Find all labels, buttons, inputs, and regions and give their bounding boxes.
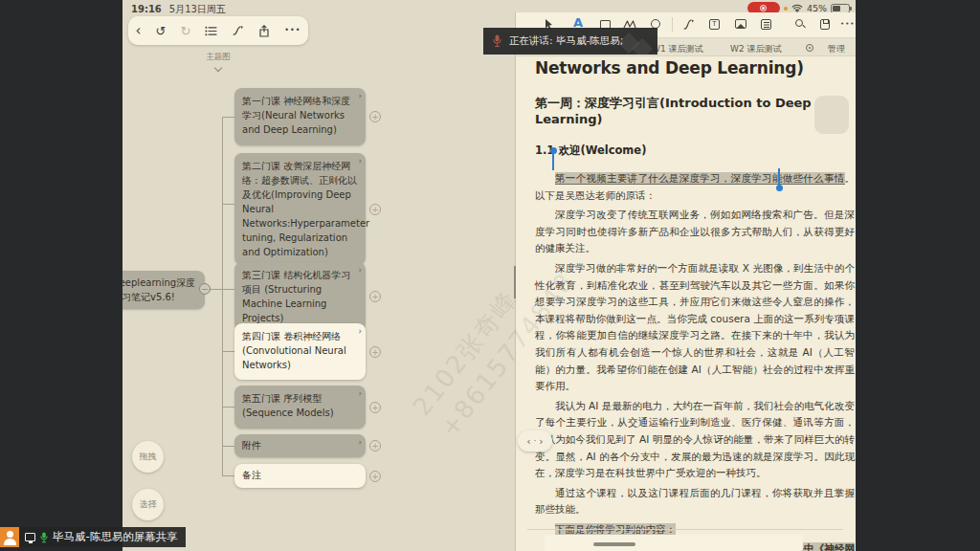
- expand-chevron-icon[interactable]: ›: [358, 324, 362, 339]
- connector: [222, 446, 235, 447]
- prev-page-icon[interactable]: ‹: [526, 435, 530, 448]
- connector: [222, 351, 235, 352]
- lasso-curve-icon[interactable]: [232, 25, 244, 36]
- mindmap-node-course5[interactable]: 第五门课 序列模型(Sequence Models) › +: [234, 386, 366, 429]
- ipad-screen: 19:165月13日周五 45% ‹ ↺ ↻ ••• 主题图: [122, 0, 856, 551]
- add-child-icon[interactable]: +: [369, 291, 381, 302]
- connector: [222, 407, 235, 408]
- mindmap-node-attachments[interactable]: 附件 › +: [234, 434, 366, 457]
- remote-desktop-background: 19:165月13日周五 45% ‹ ↺ ↻ ••• 主题图: [0, 0, 980, 551]
- next-page-icon[interactable]: ›: [539, 435, 543, 448]
- expand-chevron-icon[interactable]: ›: [358, 263, 362, 277]
- screen-share-bar: 毕马威-陈思易的屏幕共享: [0, 527, 186, 547]
- doc-paragraph: 深度学习做的非常好的一个方面就是读取 X 光图像，到生活中的个性化教育，到精准化…: [535, 260, 855, 395]
- date-label: 5月13日周五: [169, 4, 226, 14]
- add-child-icon[interactable]: +: [369, 204, 381, 215]
- outline-list-icon[interactable]: [205, 26, 217, 36]
- week-heading: 第一周：深度学习引言(Introduction to Deep Learning…: [535, 95, 855, 126]
- chevron-down-icon: [214, 64, 222, 72]
- page-nav-widget[interactable]: ‹ · ›: [518, 430, 552, 452]
- drag-mode-button[interactable]: 拖拽: [132, 441, 164, 473]
- add-child-icon[interactable]: +: [369, 402, 381, 413]
- scrollbar-thumb[interactable]: [514, 266, 516, 298]
- connector: [222, 289, 235, 290]
- mindmap-node-course1[interactable]: 第一门课 神经网络和深度学习(Neural Networks and Deep …: [234, 88, 366, 145]
- connector: [222, 204, 235, 205]
- connector: [222, 117, 235, 118]
- redo-icon: ↻: [180, 25, 190, 37]
- doc-paragraph: 我认为 AI 是最新的电力，大约在一百年前，我们社会的电气化改变了每个主要行业，…: [535, 398, 855, 482]
- next-highlight-block: [545, 535, 803, 551]
- select-mode-button[interactable]: 选择: [132, 489, 164, 520]
- mindmap-root-node[interactable]: Deeplearning深度学习笔记v5.6!: [122, 271, 205, 309]
- home-indicator: [593, 542, 635, 546]
- status-bar-left: 19:165月13日周五: [131, 3, 226, 16]
- doc-paragraph: 通过这个课程，以及这门课程后面的几门课程，你将获取并且掌握那些技能。: [535, 485, 855, 518]
- canvas-toolbar: ‹ ↺ ↻ •••: [128, 16, 308, 45]
- speaking-label: 正在讲话: 毕马威-陈思易;: [509, 34, 623, 48]
- outline-panel-icon[interactable]: [761, 19, 771, 30]
- record-icon: [760, 5, 767, 11]
- monitor-icon: [25, 533, 35, 541]
- faded-scroll-indicator: [814, 96, 849, 134]
- wifi-icon: [791, 4, 803, 12]
- more-icon[interactable]: •••: [840, 21, 855, 28]
- share-icon[interactable]: [258, 25, 270, 37]
- speaking-notification-banner: 正在讲话: 毕马威-陈思易;: [483, 28, 657, 55]
- mindmap-trunk-line: [222, 117, 223, 476]
- selected-highlight-text[interactable]: 第一个视频主要讲了什么是深度学习，深度学习能做些什么事情: [555, 172, 845, 185]
- document-content: Networks and Deep Learning) 第一周：深度学习引言(I…: [535, 55, 855, 551]
- toolbar-divider: [672, 17, 673, 32]
- mindmap-node-course4-selected[interactable]: 第四门课 卷积神经网络 (Convolutional Neural Networ…: [234, 323, 366, 380]
- mic-in-use-icon: [784, 7, 788, 11]
- expand-chevron-icon[interactable]: ›: [358, 154, 362, 168]
- mic-on-icon: [40, 532, 48, 543]
- doc-title: Networks and Deep Learning): [535, 58, 855, 77]
- add-child-icon[interactable]: +: [369, 111, 381, 122]
- undo-icon[interactable]: ↺: [156, 25, 167, 37]
- image-tool-icon[interactable]: [735, 19, 746, 29]
- mindmap-node-course3[interactable]: 第三门课 结构化机器学习项目 (Structuring Machine Lear…: [234, 262, 366, 331]
- selection-handle-end[interactable]: [778, 168, 780, 186]
- collapse-icon[interactable]: −: [199, 283, 211, 295]
- add-child-icon[interactable]: +: [369, 440, 381, 452]
- section-heading: 1.1 欢迎(Welcome): [535, 143, 855, 158]
- search-icon[interactable]: [795, 19, 803, 27]
- expand-chevron-icon[interactable]: ›: [358, 435, 362, 450]
- share-source-label: 毕马威-陈思易的屏幕共享: [53, 530, 178, 544]
- back-icon[interactable]: ‹: [136, 24, 142, 38]
- pager-dot: ·: [534, 437, 537, 446]
- expand-chevron-icon[interactable]: ›: [358, 386, 362, 401]
- view-mode-label[interactable]: 主题图: [189, 52, 247, 71]
- text-box-tool-icon[interactable]: T: [709, 19, 720, 30]
- add-child-icon[interactable]: +: [369, 471, 381, 482]
- page-divider: [527, 529, 843, 530]
- add-child-icon[interactable]: +: [369, 346, 381, 358]
- squiggle-tool-icon[interactable]: [682, 18, 695, 31]
- mindmap-node-notes[interactable]: 备注 +: [234, 464, 366, 488]
- doc-paragraph: 深度学习改变了传统互联网业务，例如如网络搜索和广告。但是深度学习同时也使得许多新…: [535, 207, 855, 257]
- connector: [222, 475, 235, 476]
- doc-paragraph: 第一个视频主要讲了什么是深度学习，深度学习能做些什么事情。以下是吴恩达老师的原话…: [535, 170, 855, 204]
- more-icon[interactable]: •••: [284, 27, 301, 34]
- selection-handle-start[interactable]: [552, 153, 554, 170]
- gear-icon[interactable]: [806, 44, 813, 52]
- expand-chevron-icon[interactable]: ›: [358, 89, 362, 103]
- clock: 19:16: [131, 4, 162, 14]
- share-info: 毕马威-陈思易的屏幕共享: [19, 527, 186, 547]
- document-panel: A T ••• W1 课后测试 W2 课后测试 管理 Netwo: [515, 12, 856, 551]
- battery-icon: [831, 4, 850, 13]
- presenter-avatar-icon[interactable]: [0, 527, 19, 547]
- speaker-mic-icon: [493, 34, 501, 48]
- mindmap-node-course2[interactable]: 第二门课 改善深层神经网络：超参数调试、正则化以及优化(Improving De…: [234, 153, 366, 265]
- bookmark-save-icon[interactable]: [820, 19, 830, 30]
